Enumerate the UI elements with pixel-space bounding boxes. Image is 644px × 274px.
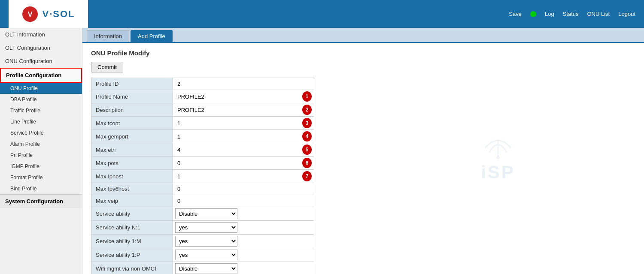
input-profile-id[interactable] [175, 79, 312, 88]
badge-max-iphost: 7 [302, 171, 312, 181]
form-row-service-ability-1m: Service ability 1:Myesno [91, 235, 314, 248]
form-label-service-ability-1m: Service ability 1:M [91, 235, 173, 248]
form-cell-max-tcont: 3 [173, 117, 314, 130]
form-label-wifi-mgmt: Wifi mgmt via non OMCI [91, 262, 173, 274]
form-label-max-iphost: Max Iphost [91, 170, 173, 183]
form-cell-profile-id [173, 78, 314, 90]
badge-max-pots: 6 [302, 158, 312, 168]
form-label-profile-id: Profile ID [91, 78, 173, 90]
badge-max-eth: 5 [302, 145, 312, 155]
form-cell-wifi-mgmt: DisableEnable [173, 262, 314, 274]
badge-max-tcont: 3 [302, 118, 312, 128]
form-cell-description: 2 [173, 103, 314, 117]
select-service-ability-1p[interactable]: yesno [175, 250, 237, 260]
form-cell-max-gemport: 4 [173, 130, 314, 143]
form-row-description: Description2 [91, 103, 314, 117]
nav-onu-list[interactable]: ONU List [587, 11, 610, 17]
sidebar-item-olt-config[interactable]: OLT Configuration [0, 41, 82, 54]
form-label-max-pots: Max pots [91, 157, 173, 170]
sidebar-item-onu-profile[interactable]: ONU Profile [0, 83, 82, 94]
top-nav: Save Log Status ONU List Logout [509, 11, 635, 17]
form-row-max-pots: Max pots6 [91, 157, 314, 170]
form-row-service-ability-n1: Service ability N:1yesno [91, 221, 314, 235]
form-cell-max-eth: 5 [173, 143, 314, 157]
form-cell-max-iphost: 7 [173, 170, 314, 183]
commit-button[interactable]: Commit [91, 62, 123, 72]
form-row-max-tcont: Max tcont3 [91, 117, 314, 130]
form-label-max-eth: Max eth [91, 143, 173, 157]
tab-add-profile[interactable]: Add Profile [131, 30, 173, 42]
sidebar: OLT Information OLT Configuration ONU Co… [0, 28, 82, 274]
page-title: ONU Profile Modify [91, 49, 635, 57]
form-label-profile-name: Profile Name [91, 90, 173, 103]
top-header: V V·SOL Save Log Status ONU List Logout [0, 0, 644, 28]
badge-description: 2 [302, 105, 312, 115]
form-row-profile-name: Profile Name1 [91, 90, 314, 103]
sidebar-item-olt-info[interactable]: OLT Information [0, 28, 82, 41]
input-max-ipv6host[interactable] [175, 184, 312, 193]
select-service-ability[interactable]: DisableEnable [175, 208, 237, 219]
isp-watermark: iSP [481, 135, 515, 183]
form-row-max-eth: Max eth5 [91, 143, 314, 157]
nav-log[interactable]: Log [545, 11, 554, 17]
form-cell-max-veip [173, 195, 314, 207]
svg-point-2 [496, 156, 500, 159]
page-content: ONU Profile Modify Commit Profile IDProf… [82, 43, 644, 274]
status-indicator [530, 11, 536, 17]
nav-status[interactable]: Status [563, 11, 579, 17]
select-wifi-mgmt[interactable]: DisableEnable [175, 263, 237, 274]
sidebar-item-traffic-profile[interactable]: Traffic Profile [0, 105, 82, 116]
tab-information[interactable]: Information [87, 30, 129, 42]
input-profile-name[interactable] [175, 92, 299, 101]
input-max-veip[interactable] [175, 196, 312, 205]
input-max-eth[interactable] [175, 145, 299, 154]
form-row-max-ipv6host: Max Ipv6host [91, 183, 314, 195]
form-label-service-ability-n1: Service ability N:1 [91, 221, 173, 235]
sidebar-item-profile-config[interactable]: Profile Configuration [0, 68, 82, 83]
form-cell-service-ability-1m: yesno [173, 235, 314, 248]
sidebar-item-service-profile[interactable]: Service Profile [0, 127, 82, 139]
form-label-max-tcont: Max tcont [91, 117, 173, 130]
sidebar-item-format-profile[interactable]: Format Profile [0, 172, 82, 183]
form-cell-max-pots: 6 [173, 157, 314, 170]
content-area: Information Add Profile ONU Profile Modi… [82, 28, 644, 274]
save-button[interactable]: Save [509, 11, 522, 17]
select-service-ability-n1[interactable]: yesno [175, 222, 237, 233]
form-row-max-gemport: Max gemport4 [91, 130, 314, 143]
form-row-wifi-mgmt: Wifi mgmt via non OMCIDisableEnable [91, 262, 314, 274]
form-label-service-ability: Service ability [91, 207, 173, 221]
sidebar-item-bind-profile[interactable]: Bind Profile [0, 183, 82, 194]
input-max-tcont[interactable] [175, 119, 299, 128]
nav-logout[interactable]: Logout [618, 11, 635, 17]
form-label-max-gemport: Max gemport [91, 130, 173, 143]
logo-area: V V·SOL [9, 0, 88, 28]
sidebar-item-line-profile[interactable]: Line Profile [0, 116, 82, 127]
form-row-profile-id: Profile ID [91, 78, 314, 90]
input-max-gemport[interactable] [175, 132, 299, 141]
form-label-service-ability-1p: Service ability 1:P [91, 248, 173, 262]
svg-text:V: V [28, 11, 33, 18]
form-label-max-veip: Max veip [91, 195, 173, 207]
sidebar-item-pri-profile[interactable]: Pri Profile [0, 150, 82, 161]
tab-bar: Information Add Profile [82, 28, 644, 43]
form-cell-service-ability: DisableEnable [173, 207, 314, 221]
isp-wifi-icon [481, 135, 515, 161]
form-row-max-iphost: Max Iphost7 [91, 170, 314, 183]
select-service-ability-1m[interactable]: yesno [175, 236, 237, 247]
input-description[interactable] [175, 105, 299, 114]
form-label-description: Description [91, 103, 173, 117]
form-cell-service-ability-n1: yesno [173, 221, 314, 235]
sidebar-item-onu-config[interactable]: ONU Configuration [0, 54, 82, 68]
input-max-pots[interactable] [175, 159, 299, 168]
form-table: Profile IDProfile Name1Description2Max t… [91, 78, 314, 274]
isp-text: iSP [481, 162, 515, 183]
main-layout: OLT Information OLT Configuration ONU Co… [0, 28, 644, 274]
form-cell-service-ability-1p: yesno [173, 248, 314, 262]
sidebar-item-alarm-profile[interactable]: Alarm Profile [0, 139, 82, 150]
sidebar-item-igmp-profile[interactable]: IGMP Profile [0, 161, 82, 172]
sidebar-item-system-config[interactable]: System Configuration [0, 194, 82, 208]
input-max-iphost[interactable] [175, 172, 299, 181]
form-cell-max-ipv6host [173, 183, 314, 195]
badge-max-gemport: 4 [302, 131, 312, 142]
sidebar-item-dba-profile[interactable]: DBA Profile [0, 94, 82, 105]
